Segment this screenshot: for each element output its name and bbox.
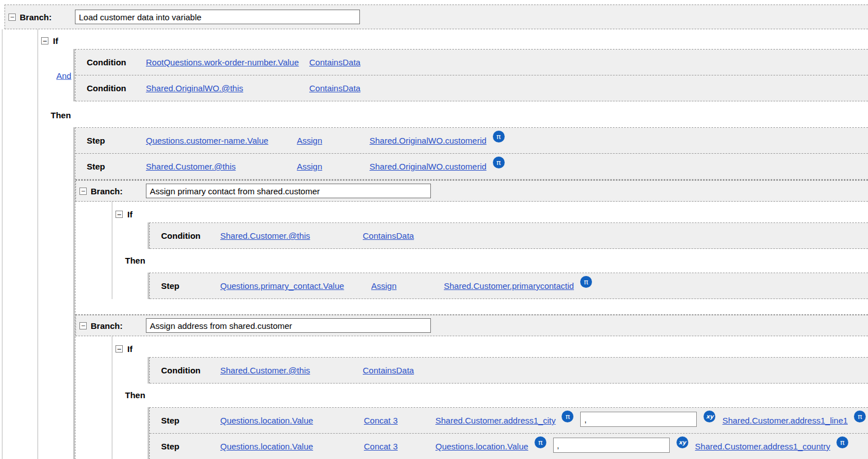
then-label: Then (125, 390, 868, 400)
branch-label: Branch: (20, 12, 75, 22)
condition-row: Condition RootQuestions.work-order-numbe… (75, 50, 868, 75)
branch-body: − If Condition Shared.Customer.@this Con… (112, 336, 868, 459)
function-pi-icon[interactable]: π (836, 436, 848, 448)
if-label: If (127, 210, 132, 219)
function-pi-icon[interactable]: π (562, 411, 573, 422)
if-section-header: − If (38, 36, 868, 46)
collapse-icon[interactable]: − (115, 345, 123, 353)
branch-title-input[interactable] (75, 10, 360, 24)
step-row: Step Questions.primary_contact.Value Ass… (150, 273, 868, 299)
step-source-link[interactable]: Shared.Customer.@this (146, 162, 235, 171)
function-pi-icon[interactable]: π (493, 157, 505, 168)
step-operator-link[interactable]: Concat 3 (364, 442, 398, 451)
then-list: Step Questions.location.Value Concat 3 S… (149, 407, 868, 459)
step-arg2-link[interactable]: Shared.Customer.address1_line1 (722, 416, 848, 425)
then-list: Step Questions.primary_contact.Value Ass… (149, 273, 868, 299)
function-xy-icon[interactable]: xy (704, 411, 715, 422)
branch-body: − If Condition Shared.Customer.@this Con… (112, 202, 868, 299)
condition-operand-link[interactable]: Shared.Customer.@this (220, 231, 310, 240)
collapse-icon[interactable]: − (41, 37, 48, 44)
conditions-list: Condition Shared.Customer.@this Contains… (149, 357, 868, 384)
if-label: If (53, 36, 58, 46)
collapse-icon[interactable]: − (79, 322, 87, 329)
condition-operand-link[interactable]: Shared.OriginalWO.@this (146, 83, 243, 93)
condition-operator-link[interactable]: ContainsData (309, 83, 360, 93)
step-source-link[interactable]: Questions.location.Value (220, 416, 313, 425)
step-operator-link[interactable]: Concat 3 (364, 416, 398, 425)
branch-header: − Branch: (75, 315, 868, 336)
conditions-block: And Condition RootQuestions.work-order-n… (73, 49, 868, 101)
step-label: Step (161, 416, 220, 425)
step-arg2-link[interactable]: Shared.Customer.address1_country (695, 442, 830, 451)
function-xy-icon[interactable]: xy (676, 436, 688, 448)
step-target-link[interactable]: Shared.OriginalWO.customerid (370, 136, 487, 145)
function-pi-icon[interactable]: π (854, 411, 866, 422)
condition-row: Condition Shared.Customer.@this Contains… (150, 223, 868, 249)
function-pi-icon[interactable]: π (580, 276, 592, 288)
step-label: Step (87, 136, 146, 145)
step-target-link[interactable]: Shared.Customer.primarycontactid (444, 281, 574, 291)
collapse-icon[interactable]: − (79, 188, 87, 195)
condition-operator-link[interactable]: ContainsData (309, 57, 360, 67)
conjunction-link[interactable]: And (56, 71, 72, 81)
condition-operand-link[interactable]: RootQuestions.work-order-number.Value (146, 57, 299, 67)
then-block: Step Questions.customer-name.Value Assig… (73, 127, 868, 459)
then-block: Step Questions.primary_contact.Value Ass… (148, 273, 868, 299)
step-row: Step Questions.location.Value Concat 3 Q… (150, 434, 868, 459)
function-pi-icon[interactable]: π (535, 436, 546, 448)
branch-title-input[interactable] (146, 184, 431, 198)
branch-label: Branch: (91, 186, 146, 196)
conditions-list: Condition RootQuestions.work-order-numbe… (75, 49, 868, 101)
collapse-icon[interactable]: − (115, 211, 123, 218)
step-row: Step Questions.location.Value Concat 3 S… (150, 408, 868, 434)
branch-label: Branch: (91, 321, 146, 331)
step-target-link[interactable]: Shared.OriginalWO.customerid (370, 162, 487, 171)
conditions-block: Condition Shared.Customer.@this Contains… (148, 222, 868, 249)
nested-branch: − Branch: − If (75, 180, 868, 299)
nested-branch: − Branch: − If (75, 314, 868, 459)
separator-input[interactable] (580, 412, 697, 427)
branch-header: − Branch: (5, 5, 868, 29)
rules-editor: − Branch: − If And Condition RootQuestio… (0, 0, 868, 459)
condition-label: Condition (161, 366, 220, 375)
condition-operand-link[interactable]: Shared.Customer.@this (220, 366, 310, 375)
step-source-link[interactable]: Questions.location.Value (220, 442, 313, 451)
if-label: If (127, 344, 132, 354)
step-operator-link[interactable]: Assign (297, 136, 322, 145)
branch-header: − Branch: (75, 180, 868, 202)
branch-body: − If And Condition RootQuestions.work-or… (2, 29, 868, 459)
condition-row: Condition Shared.Customer.@this Contains… (150, 358, 868, 384)
step-operator-link[interactable]: Assign (297, 162, 322, 171)
separator-input[interactable] (553, 438, 670, 453)
then-list: Step Questions.customer-name.Value Assig… (75, 127, 868, 459)
step-arg1-link[interactable]: Shared.Customer.address1_city (435, 416, 555, 425)
condition-label: Condition (87, 83, 146, 93)
conditions-block: Condition Shared.Customer.@this Contains… (148, 357, 868, 384)
branch-title-input[interactable] (146, 318, 431, 333)
collapse-icon[interactable]: − (8, 14, 16, 21)
condition-operator-link[interactable]: ContainsData (363, 366, 414, 375)
step-source-link[interactable]: Questions.primary_contact.Value (220, 281, 344, 291)
if-then-container: − If And Condition RootQuestions.work-or… (37, 29, 868, 459)
then-label: Then (125, 256, 868, 265)
if-section-header: − If (113, 344, 868, 354)
step-arg1-link[interactable]: Questions.location.Value (435, 442, 528, 451)
step-label: Step (161, 442, 220, 451)
condition-label: Condition (161, 231, 220, 240)
function-pi-icon[interactable]: π (493, 131, 505, 142)
then-block: Step Questions.location.Value Concat 3 S… (148, 407, 868, 459)
condition-operator-link[interactable]: ContainsData (363, 231, 414, 240)
step-label: Step (87, 162, 146, 171)
step-source-link[interactable]: Questions.customer-name.Value (146, 136, 268, 145)
step-row: Step Shared.Customer.@this Assign Shared… (75, 154, 868, 180)
condition-row: Condition Shared.OriginalWO.@this Contai… (75, 75, 868, 101)
step-row: Step Questions.customer-name.Value Assig… (75, 128, 868, 154)
then-label: Then (51, 110, 868, 120)
step-operator-link[interactable]: Assign (371, 281, 397, 291)
step-label: Step (161, 281, 220, 291)
conditions-list: Condition Shared.Customer.@this Contains… (149, 222, 868, 249)
condition-label: Condition (87, 57, 146, 67)
if-section-header: − If (113, 210, 868, 219)
